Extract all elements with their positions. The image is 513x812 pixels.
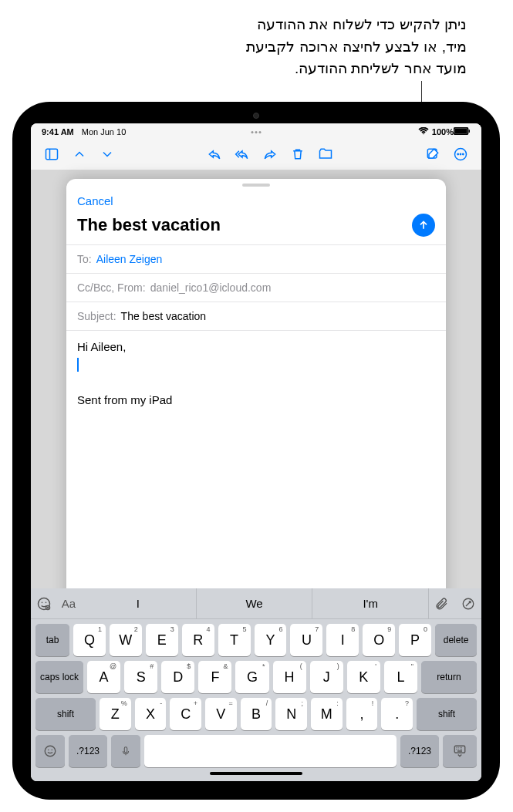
suggestion-2[interactable]: We bbox=[197, 588, 313, 618]
home-indicator[interactable] bbox=[210, 772, 302, 775]
stickers-icon[interactable] bbox=[31, 588, 57, 618]
key-i[interactable]: I8 bbox=[326, 624, 359, 656]
callout-line3: מועד אחר לשליחת ההודעה. bbox=[246, 58, 467, 80]
svg-rect-2 bbox=[455, 129, 467, 134]
key-n[interactable]: N; bbox=[275, 698, 307, 730]
svg-point-0 bbox=[423, 133, 424, 135]
dismiss-keyboard-key[interactable] bbox=[443, 735, 477, 767]
ccbcc-value: daniel_rico1@icloud.com bbox=[150, 281, 272, 294]
forward-button[interactable] bbox=[258, 143, 282, 166]
key-w[interactable]: W2 bbox=[110, 624, 142, 656]
status-date: Mon Jun 10 bbox=[82, 127, 126, 136]
return-key[interactable]: return bbox=[421, 661, 477, 693]
dictation-key[interactable] bbox=[111, 735, 140, 767]
delete-key[interactable]: delete bbox=[435, 624, 477, 656]
num-key-right[interactable]: .?123 bbox=[400, 735, 439, 767]
svg-point-17 bbox=[48, 750, 49, 751]
key-.[interactable]: .? bbox=[381, 698, 413, 730]
key-v[interactable]: V= bbox=[205, 698, 237, 730]
sidebar-toggle-button[interactable] bbox=[40, 143, 63, 166]
shift-key-left[interactable]: shift bbox=[35, 698, 96, 730]
keyboard-row-4: .?123 .?123 bbox=[35, 735, 477, 767]
svg-rect-4 bbox=[46, 149, 58, 159]
status-time: 9:41 AM bbox=[42, 127, 74, 136]
key-q[interactable]: Q1 bbox=[73, 624, 106, 656]
to-label: To: bbox=[77, 253, 92, 265]
mail-toolbar bbox=[31, 139, 481, 170]
emoji-key[interactable] bbox=[35, 735, 65, 767]
key-a[interactable]: A@ bbox=[87, 661, 120, 693]
subject-label: Subject: bbox=[77, 310, 116, 322]
callout-line2: מיד, או לבצע לחיצה ארוכה לקביעת bbox=[246, 36, 467, 59]
compose-title: The best vacation bbox=[77, 215, 412, 235]
callout-text: ניתן להקיש כדי לשלוח את ההודעה מיד, או ל… bbox=[246, 14, 467, 80]
svg-point-13 bbox=[46, 601, 47, 603]
trash-button[interactable] bbox=[286, 143, 309, 166]
key-p[interactable]: P0 bbox=[399, 624, 431, 656]
sheet-grabber[interactable] bbox=[242, 184, 270, 187]
key-u[interactable]: U7 bbox=[290, 624, 322, 656]
svg-rect-3 bbox=[469, 130, 471, 133]
to-field[interactable]: To: Aileen Zeigen bbox=[66, 244, 446, 273]
email-body[interactable]: Hi Aileen, Sent from my iPad bbox=[66, 330, 446, 611]
more-button[interactable] bbox=[449, 143, 472, 166]
suggestion-3[interactable]: I'm bbox=[312, 588, 429, 618]
caps-lock-key[interactable]: caps lock bbox=[35, 661, 83, 693]
tab-key[interactable]: tab bbox=[35, 624, 69, 656]
key-j[interactable]: J) bbox=[310, 661, 343, 693]
move-button[interactable] bbox=[314, 143, 337, 166]
key-c[interactable]: C+ bbox=[170, 698, 201, 730]
key-z[interactable]: Z% bbox=[100, 698, 131, 730]
keyboard-row-2: caps lock A@S#D$F&G*H(J)K'L"return bbox=[35, 661, 477, 693]
svg-point-9 bbox=[460, 153, 461, 154]
key-y[interactable]: Y6 bbox=[255, 624, 287, 656]
ccbcc-field[interactable]: Cc/Bcc, From: daniel_rico1@icloud.com bbox=[66, 273, 446, 302]
wifi-icon bbox=[418, 127, 429, 136]
battery-icon bbox=[454, 127, 471, 136]
svg-point-12 bbox=[42, 601, 43, 603]
battery-percent: 100% bbox=[432, 127, 454, 136]
key-o[interactable]: O9 bbox=[363, 624, 395, 656]
camera-dot bbox=[253, 113, 259, 119]
space-key[interactable] bbox=[144, 735, 397, 767]
next-message-button[interactable] bbox=[96, 143, 119, 166]
svg-point-18 bbox=[52, 750, 53, 751]
to-value[interactable]: Aileen Zeigen bbox=[96, 253, 163, 265]
markup-icon[interactable] bbox=[455, 588, 481, 618]
key-f[interactable]: F& bbox=[198, 661, 231, 693]
body-signature: Sent from my iPad bbox=[77, 393, 435, 406]
cancel-button[interactable]: Cancel bbox=[77, 191, 113, 211]
key-h[interactable]: H( bbox=[273, 661, 306, 693]
key-k[interactable]: K' bbox=[347, 661, 380, 693]
shift-key-right[interactable]: shift bbox=[417, 698, 477, 730]
attachment-icon[interactable] bbox=[429, 588, 455, 618]
reply-all-button[interactable] bbox=[231, 143, 254, 166]
key-m[interactable]: M: bbox=[311, 698, 343, 730]
key-x[interactable]: X- bbox=[135, 698, 167, 730]
svg-point-8 bbox=[457, 153, 458, 154]
subject-field[interactable]: Subject: The best vacation bbox=[66, 302, 446, 330]
subject-value[interactable]: The best vacation bbox=[121, 310, 207, 322]
key-d[interactable]: D$ bbox=[161, 661, 194, 693]
previous-message-button[interactable] bbox=[68, 143, 91, 166]
send-button[interactable] bbox=[412, 214, 435, 237]
callout-line1: ניתן להקיש כדי לשלוח את ההודעה bbox=[246, 14, 467, 36]
key-l[interactable]: L" bbox=[384, 661, 417, 693]
multitask-dots[interactable] bbox=[251, 131, 262, 133]
text-cursor bbox=[77, 358, 79, 372]
reply-button[interactable] bbox=[203, 143, 226, 166]
suggestion-1[interactable]: I bbox=[80, 588, 197, 618]
key-t[interactable]: T5 bbox=[218, 624, 251, 656]
compose-button[interactable] bbox=[421, 143, 444, 166]
key-r[interactable]: R4 bbox=[182, 624, 214, 656]
key-g[interactable]: G* bbox=[235, 661, 268, 693]
ipad-frame: 9:41 AM Mon Jun 10 100% bbox=[12, 102, 500, 800]
num-key-left[interactable]: .?123 bbox=[69, 735, 107, 767]
key-s[interactable]: S# bbox=[124, 661, 157, 693]
key-e[interactable]: E3 bbox=[146, 624, 178, 656]
suggestion-bar: Aa I We I'm bbox=[31, 588, 481, 619]
format-button[interactable]: Aa bbox=[57, 588, 80, 618]
key-b[interactable]: B/ bbox=[241, 698, 272, 730]
body-greeting: Hi Aileen, bbox=[77, 340, 435, 353]
key-,[interactable]: ,! bbox=[346, 698, 378, 730]
